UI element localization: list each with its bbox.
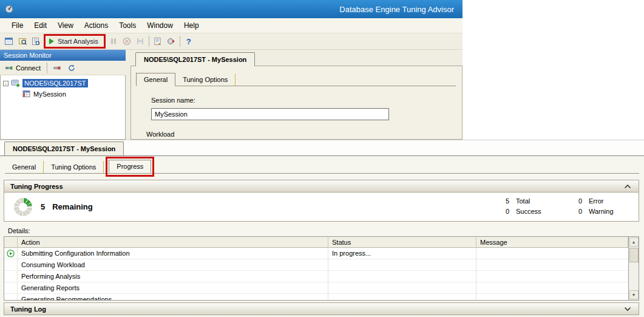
menu-item-tools[interactable]: Tools — [114, 19, 141, 32]
toolbar-separator — [180, 36, 180, 47]
status-cell — [328, 282, 476, 293]
connect-label: Connect — [16, 64, 41, 72]
collapse-icon[interactable]: - — [3, 81, 8, 86]
details-table: Action Status Message Submitting Configu… — [4, 236, 639, 301]
menu-item-view[interactable]: View — [52, 19, 79, 32]
connect-button[interactable]: Connect — [2, 63, 44, 73]
save-icon[interactable] — [134, 35, 147, 48]
document-tab[interactable]: NODE5\SQL2017ST - MySession — [4, 141, 124, 155]
table-row[interactable]: Generating Recommendations — [4, 294, 628, 301]
message-cell — [476, 294, 628, 301]
main-toolbar: Start Analysis ? — [0, 33, 463, 50]
row-status-icon-cell — [4, 259, 18, 270]
refresh-icon[interactable] — [65, 61, 78, 75]
editor-tabs: General Tuning Options Progress — [5, 160, 639, 174]
action-cell: Generating Reports — [18, 282, 328, 293]
menu-item-file[interactable]: File — [6, 19, 29, 32]
disconnect-icon[interactable] — [50, 61, 64, 75]
tuning-progress-header[interactable]: Tuning Progress — [4, 180, 639, 193]
tree-node-server[interactable]: - NODE5\SQL2017ST — [1, 79, 125, 87]
progress-view: NODE5\SQL2017ST - MySession General Tuni… — [0, 140, 644, 317]
tab-general[interactable]: General — [136, 73, 175, 86]
open-session-icon[interactable] — [16, 35, 29, 48]
progress-summary: 5 Remaining 5 Total 0 Success 0 — [4, 193, 639, 222]
remaining-value: 5 — [41, 202, 45, 211]
menu-bar: File Edit View Actions Tools Window Help — [0, 18, 463, 33]
general-tab-page: General Tuning Options Session name: Wor… — [130, 66, 463, 140]
tree-node-session[interactable]: MySession — [1, 90, 125, 98]
icon-column-header — [4, 237, 18, 247]
progress-tab-page: General Tuning Options Progress Tuning P… — [0, 155, 644, 317]
session-name-label: Session name: — [151, 97, 462, 104]
play-icon — [49, 38, 54, 44]
start-analysis-button[interactable]: Start Analysis — [44, 34, 106, 49]
view-session-icon[interactable] — [29, 35, 42, 48]
toolbar-separator — [47, 63, 47, 73]
document-tabstrip-bottom: NODE5\SQL2017ST - MySession — [0, 140, 644, 155]
table-header-row: Action Status Message — [4, 237, 628, 248]
document-tabstrip: NODE5\SQL2017ST - MySession — [130, 50, 463, 66]
vertical-scrollbar[interactable]: ▲ ▼ — [628, 237, 639, 300]
session-name-input[interactable] — [151, 108, 389, 120]
message-column-header: Message — [476, 237, 628, 247]
connect-icon — [5, 64, 13, 72]
session-node-label: MySession — [33, 90, 66, 98]
status-column-header: Status — [328, 237, 476, 247]
menu-item-edit[interactable]: Edit — [29, 19, 52, 32]
import-workload-icon[interactable] — [151, 35, 164, 48]
status-cell — [328, 271, 476, 282]
scroll-down-icon[interactable]: ▼ — [629, 290, 639, 299]
editor-tabs: General Tuning Options — [136, 72, 456, 86]
action-column-header: Action — [18, 237, 328, 247]
status-cell — [328, 259, 476, 270]
table-row[interactable]: Generating Reports — [4, 282, 628, 294]
menu-item-help[interactable]: Help — [178, 19, 205, 32]
action-cell: Generating Recommendations — [18, 294, 328, 301]
status-cell: In progress... — [328, 248, 476, 259]
tab-progress[interactable]: Progress — [109, 160, 151, 173]
stats-column-left: 5 Total 0 Success — [501, 196, 541, 217]
dta-main-window: Database Engine Tuning Advisor File Edit… — [0, 0, 463, 140]
tuning-log-header[interactable]: Tuning Log — [4, 302, 639, 315]
collapse-chevron-icon[interactable] — [623, 182, 632, 191]
expand-chevron-icon[interactable] — [623, 305, 632, 313]
screenshot-composite: Database Engine Tuning Advisor File Edit… — [0, 0, 644, 317]
stats-column-right: 0 Error 0 Warning — [574, 196, 614, 217]
in-progress-icon — [7, 250, 15, 257]
toolbar-separator — [149, 36, 149, 47]
row-status-icon-cell — [4, 294, 18, 301]
scroll-up-icon[interactable]: ▲ — [629, 237, 639, 247]
scrollbar-thumb[interactable] — [629, 248, 639, 262]
stop-analysis-icon[interactable] — [120, 35, 134, 48]
message-cell — [476, 271, 628, 282]
server-node-label[interactable]: NODE5\SQL2017ST — [22, 79, 88, 87]
menu-item-window[interactable]: Window — [141, 19, 178, 32]
remaining-counter: 5 Remaining — [41, 202, 93, 211]
action-cell: Performing Analysis — [18, 271, 328, 282]
help-icon[interactable]: ? — [182, 35, 195, 48]
tab-tuning-options[interactable]: Tuning Options — [44, 161, 104, 173]
tab-tuning-options[interactable]: Tuning Options — [175, 73, 236, 86]
session-monitor-title: Session Monitor — [4, 52, 52, 59]
session-editor-panel: NODE5\SQL2017ST - MySession General Tuni… — [130, 50, 463, 140]
tab-general[interactable]: General — [5, 161, 44, 173]
status-cell — [328, 294, 476, 301]
apply-recommendations-icon[interactable] — [164, 35, 178, 48]
stat-warning: 0 Warning — [574, 206, 614, 217]
row-status-icon-cell — [4, 282, 18, 293]
start-analysis-label: Start Analysis — [58, 38, 98, 45]
table-row[interactable]: Consuming Workload — [4, 259, 628, 271]
tuning-log-title: Tuning Log — [10, 305, 46, 313]
app-icon — [4, 4, 14, 14]
pause-analysis-icon[interactable] — [107, 35, 120, 48]
remaining-label: Remaining — [52, 202, 92, 211]
progress-donut-icon — [14, 198, 32, 216]
table-row[interactable]: Performing Analysis — [4, 271, 628, 282]
menu-item-actions[interactable]: Actions — [79, 19, 114, 32]
new-session-icon[interactable] — [2, 35, 16, 48]
stat-total: 5 Total — [501, 196, 541, 206]
table-row[interactable]: Submitting Configuration Information In … — [4, 248, 628, 259]
document-tab[interactable]: NODE5\SQL2017ST - MySession — [135, 52, 255, 66]
message-cell — [476, 248, 628, 259]
main-work-area: Session Monitor Connect — [0, 50, 463, 140]
